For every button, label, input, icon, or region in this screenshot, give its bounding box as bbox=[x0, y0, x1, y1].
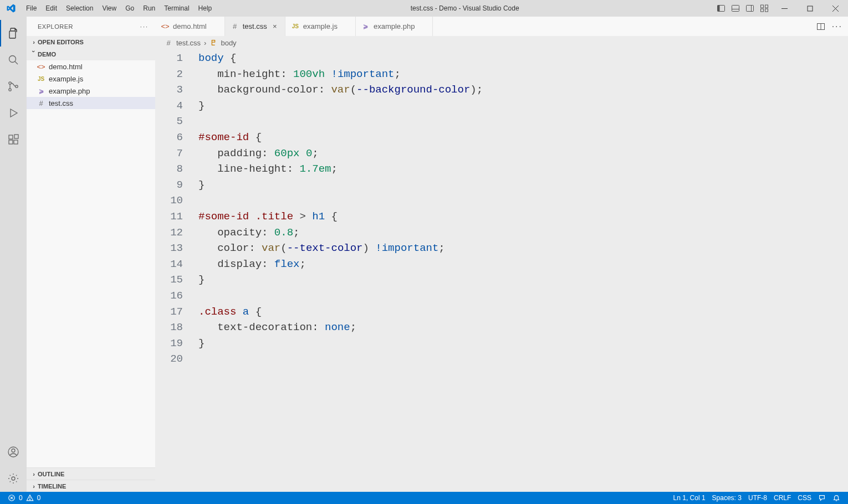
menu-help[interactable]: Help bbox=[195, 4, 216, 12]
chevron-right-icon: › bbox=[204, 39, 206, 47]
menu-file[interactable]: File bbox=[22, 4, 40, 12]
file-tree-item[interactable]: JSexample.js bbox=[27, 73, 155, 85]
symbol-icon bbox=[210, 39, 217, 47]
menu-view[interactable]: View bbox=[98, 4, 120, 12]
html-file-icon: <> bbox=[37, 62, 45, 71]
svg-rect-25 bbox=[14, 135, 18, 138]
open-editors-section[interactable]: › OPEN EDITORS bbox=[27, 36, 155, 48]
svg-point-19 bbox=[9, 89, 11, 91]
window-controls bbox=[714, 0, 848, 17]
chevron-right-icon: › bbox=[30, 471, 38, 477]
status-indentation[interactable]: Spaces: 3 bbox=[709, 494, 745, 502]
svg-rect-22 bbox=[9, 135, 13, 139]
file-name: demo.html bbox=[49, 63, 83, 71]
more-icon[interactable]: ··· bbox=[832, 22, 842, 32]
activity-explorer-icon[interactable] bbox=[0, 20, 27, 47]
status-line-col[interactable]: Ln 1, Col 1 bbox=[670, 494, 709, 502]
status-problems[interactable]: 0 0 bbox=[4, 494, 44, 502]
svg-point-16 bbox=[9, 56, 16, 63]
tab-label: example.js bbox=[303, 22, 338, 30]
tab-label: demo.html bbox=[173, 22, 207, 30]
menu-run[interactable]: Run bbox=[139, 4, 159, 12]
php-file-icon: ⩾ bbox=[37, 86, 45, 95]
window-close-button[interactable] bbox=[823, 0, 848, 17]
activity-settings-icon[interactable] bbox=[0, 465, 27, 492]
activity-accounts-icon[interactable] bbox=[0, 439, 27, 465]
status-bar: 0 0 Ln 1, Col 1 Spaces: 3 UTF-8 CRLF CSS bbox=[0, 492, 848, 504]
timeline-section[interactable]: › TIMELINE bbox=[27, 480, 155, 492]
svg-rect-5 bbox=[747, 6, 754, 12]
customize-layout-icon[interactable] bbox=[757, 0, 772, 17]
svg-point-27 bbox=[12, 449, 15, 452]
status-encoding[interactable]: UTF-8 bbox=[745, 494, 770, 502]
code-editor[interactable]: 1234567891011121314151617181920 body { m… bbox=[155, 49, 848, 492]
chevron-down-icon: › bbox=[30, 50, 37, 58]
menu-go[interactable]: Go bbox=[121, 4, 138, 12]
svg-point-28 bbox=[12, 477, 15, 480]
file-tree: <>demo.htmlJSexample.js⩾example.php#test… bbox=[27, 60, 155, 467]
editor-tab[interactable]: <>demo.html× bbox=[155, 17, 225, 36]
svg-rect-8 bbox=[765, 5, 768, 8]
error-icon bbox=[8, 494, 16, 502]
html-file-icon: <> bbox=[161, 22, 170, 31]
js-file-icon: JS bbox=[37, 74, 45, 83]
window-title: test.css - Demo - Visual Studio Code bbox=[216, 4, 714, 12]
svg-rect-12 bbox=[808, 6, 813, 11]
close-icon[interactable]: × bbox=[270, 22, 279, 30]
file-tree-item[interactable]: #test.css bbox=[27, 97, 155, 109]
toggle-primary-sidebar-icon[interactable] bbox=[714, 0, 728, 17]
activity-run-debug-icon[interactable] bbox=[0, 100, 27, 126]
file-name: example.js bbox=[49, 75, 83, 83]
explorer-sidebar: EXPLORER ··· › OPEN EDITORS › DEMO <>dem… bbox=[27, 17, 155, 492]
folder-section[interactable]: › DEMO bbox=[27, 48, 155, 60]
file-tree-item[interactable]: <>demo.html bbox=[27, 60, 155, 73]
menu-edit[interactable]: Edit bbox=[42, 4, 61, 12]
toggle-secondary-sidebar-icon[interactable] bbox=[743, 0, 757, 17]
activity-source-control-icon[interactable] bbox=[0, 73, 27, 100]
tab-label: test.css bbox=[243, 22, 267, 30]
window-maximize-button[interactable] bbox=[797, 0, 823, 17]
activity-extensions-icon[interactable] bbox=[0, 126, 27, 153]
activity-search-icon[interactable] bbox=[0, 47, 27, 73]
menu-bar: File Edit Selection View Go Run Terminal… bbox=[22, 4, 216, 12]
status-eol[interactable]: CRLF bbox=[770, 494, 794, 502]
svg-rect-1 bbox=[718, 6, 720, 12]
svg-point-35 bbox=[29, 500, 30, 500]
css-file-icon: # bbox=[231, 22, 239, 31]
file-tree-item[interactable]: ⩾example.php bbox=[27, 85, 155, 97]
status-feedback-icon[interactable] bbox=[815, 494, 829, 502]
editor-tabs: <>demo.html×#test.css×JSexample.js×⩾exam… bbox=[155, 17, 848, 36]
toggle-panel-icon[interactable] bbox=[728, 0, 743, 17]
editor-actions: ··· bbox=[811, 17, 848, 36]
menu-selection[interactable]: Selection bbox=[62, 4, 97, 12]
split-editor-icon[interactable] bbox=[816, 22, 825, 31]
status-errors-count: 0 bbox=[19, 494, 23, 502]
status-warnings-count: 0 bbox=[37, 494, 41, 502]
warning-icon bbox=[26, 494, 34, 502]
outline-section[interactable]: › OUTLINE bbox=[27, 467, 155, 480]
editor-tab[interactable]: ⩾example.php× bbox=[356, 17, 433, 36]
status-language[interactable]: CSS bbox=[794, 494, 815, 502]
svg-rect-15 bbox=[9, 31, 16, 38]
svg-point-18 bbox=[9, 82, 11, 84]
explorer-more-icon[interactable]: ··· bbox=[140, 23, 149, 30]
chevron-right-icon: › bbox=[30, 483, 38, 490]
editor-tab[interactable]: JSexample.js× bbox=[285, 17, 356, 36]
breadcrumb-symbol[interactable]: body bbox=[221, 39, 236, 47]
editor-tab[interactable]: #test.css× bbox=[225, 17, 285, 36]
svg-rect-23 bbox=[9, 140, 13, 144]
breadcrumb-file[interactable]: test.css bbox=[176, 39, 201, 47]
code-content[interactable]: body { min-height: 100vh !important; bac… bbox=[198, 49, 848, 492]
svg-rect-10 bbox=[765, 9, 768, 12]
breadcrumbs[interactable]: # test.css › body bbox=[155, 36, 848, 49]
menu-terminal[interactable]: Terminal bbox=[160, 4, 193, 12]
file-name: example.php bbox=[49, 87, 90, 95]
tab-label: example.php bbox=[374, 22, 415, 30]
window-minimize-button[interactable] bbox=[772, 0, 797, 17]
status-bell-icon[interactable] bbox=[829, 494, 844, 502]
gutter: 1234567891011121314151617181920 bbox=[155, 49, 198, 492]
php-file-icon: ⩾ bbox=[361, 22, 370, 31]
activity-bar bbox=[0, 17, 27, 492]
vscode-logo-icon bbox=[0, 3, 22, 13]
svg-line-17 bbox=[15, 61, 18, 64]
